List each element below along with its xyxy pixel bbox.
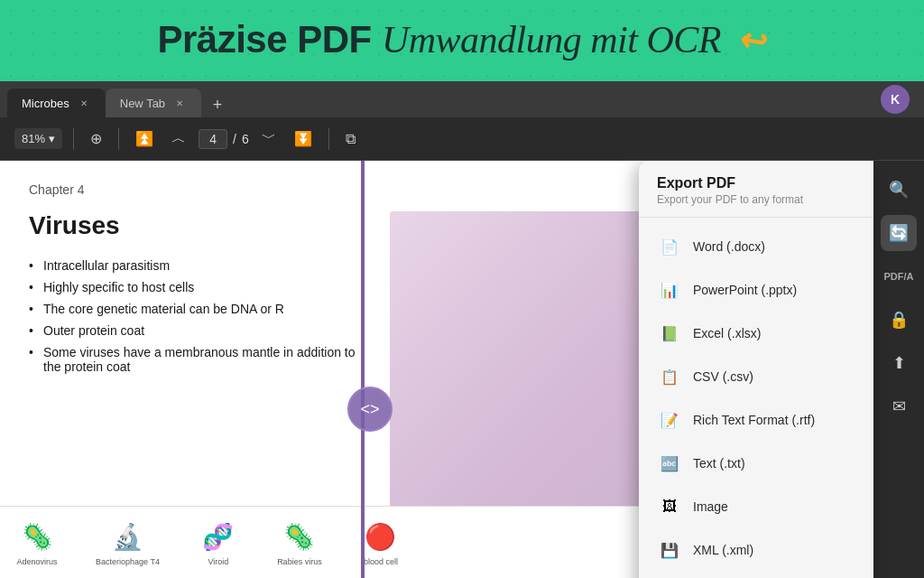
add-page-button[interactable]: ⊕ <box>85 126 107 151</box>
tab-new[interactable]: New Tab ✕ <box>106 89 201 117</box>
txt-label: Text (.txt) <box>693 456 745 471</box>
powerpoint-label: PowerPoint (.pptx) <box>693 283 797 297</box>
micro-item: 🔴blood cell <box>358 519 403 566</box>
powerpoint-icon: 📊 <box>657 277 682 303</box>
export-item-excel[interactable]: 📗Excel (.xlsx) <box>639 312 873 355</box>
micro-image: 🦠 <box>14 519 60 555</box>
export-panel: Export PDF Export your PDF to any format… <box>639 161 873 578</box>
tab-microbes[interactable]: Microbes ✕ <box>7 89 106 117</box>
micro-item: 🦠Rabies virus <box>277 519 322 566</box>
micro-image: 🔬 <box>105 519 150 555</box>
toolbar: 81% ▾ ⊕ ⏫ ︿ / 6 ﹀ ⏬ ⧉ <box>0 117 924 161</box>
export-item-xml[interactable]: 💾XML (.xml) <box>639 528 873 572</box>
rtf-icon: 📝 <box>657 407 682 433</box>
export-item-image[interactable]: 🖼Image <box>639 485 873 528</box>
sidebar-lock-button[interactable]: 🔒 <box>881 302 917 338</box>
micro-label: Bacteriophage T4 <box>96 557 160 566</box>
sidebar-search-button[interactable]: 🔍 <box>881 172 917 208</box>
image-label: Image <box>693 499 728 514</box>
micro-item: 🔬Bacteriophage T4 <box>96 519 160 566</box>
bullet-item: Intracellular parasitism <box>29 258 372 273</box>
export-item-rtf[interactable]: 📝Rich Text Format (.rtf) <box>639 398 873 442</box>
micro-item: 🦠Adenovirus <box>14 519 60 566</box>
last-page-button[interactable]: ⏬ <box>289 126 318 151</box>
new-tab-button[interactable]: + <box>205 92 230 117</box>
page-input[interactable] <box>199 129 227 149</box>
page-total: 6 <box>242 132 249 146</box>
separator-1 <box>73 128 74 150</box>
tab-microbes-close[interactable]: ✕ <box>77 96 91 110</box>
tab-bar: Microbes ✕ New Tab ✕ + K <box>0 81 924 117</box>
bullet-item: The core genetic material can be DNA or … <box>29 302 372 316</box>
word-icon: 📄 <box>657 234 682 259</box>
separator-2 <box>118 128 119 150</box>
code-icon: <> <box>360 400 379 419</box>
tab-new-close[interactable]: ✕ <box>172 96 187 110</box>
bullet-item: Some viruses have a membranous mantle in… <box>29 345 372 374</box>
rtf-label: Rich Text Format (.rtf) <box>693 413 815 427</box>
bullet-item: Highly specific to host cells <box>29 280 372 294</box>
txt-icon: 🔤 <box>657 451 682 476</box>
xml-label: XML (.xml) <box>693 543 753 557</box>
prev-page-button[interactable]: ︿ <box>166 126 191 152</box>
micro-label: Rabies virus <box>277 557 322 566</box>
browser: Microbes ✕ New Tab ✕ + K 81% ▾ ⊕ ⏫ ︿ / 6… <box>0 81 924 578</box>
export-items-list: 📄Word (.docx)📊PowerPoint (.pptx)📗Excel (… <box>639 218 873 578</box>
right-sidebar: 🔍 🔄 PDF/A 🔒 ⬆ ✉ <box>873 161 924 578</box>
tab-new-label: New Tab <box>120 97 165 110</box>
export-item-txt[interactable]: 🔤Text (.txt) <box>639 442 873 485</box>
page-nav: / 6 <box>199 129 249 149</box>
image-icon: 🖼 <box>657 494 682 519</box>
next-page-button[interactable]: ﹀ <box>256 126 282 152</box>
csv-icon: 📋 <box>657 364 682 389</box>
micro-label: Adenovirus <box>16 557 57 566</box>
zoom-control[interactable]: 81% ▾ <box>14 128 62 149</box>
purple-bar <box>361 161 365 578</box>
export-subtitle: Export your PDF to any format <box>657 193 855 206</box>
excel-label: Excel (.xlsx) <box>693 326 761 340</box>
sidebar-pdfa-button[interactable]: PDF/A <box>881 258 917 294</box>
zoom-value: 81% <box>22 132 45 145</box>
banner-italic: Umwandlung mit OCR <box>382 19 721 61</box>
top-banner: Präzise PDF Umwandlung mit OCR ↩ <box>0 0 924 79</box>
zoom-dropdown-icon: ▾ <box>49 132 55 145</box>
bullet-list: Intracellular parasitismHighly specific … <box>29 258 372 374</box>
arrow-icon: ↩ <box>737 21 770 62</box>
micro-image: 🧬 <box>196 519 241 555</box>
sidebar-convert-button[interactable]: 🔄 <box>881 215 917 251</box>
csv-label: CSV (.csv) <box>693 369 753 384</box>
micro-label: blood cell <box>364 557 398 566</box>
word-label: Word (.docx) <box>693 239 765 254</box>
tab-microbes-label: Microbes <box>22 97 69 110</box>
main-area: Chapter 4 Viruses Intracellular parasiti… <box>0 161 924 578</box>
banner-text: Präzise PDF Umwandlung mit OCR ↩ <box>157 18 766 61</box>
export-item-csv[interactable]: 📋CSV (.csv) <box>639 355 873 398</box>
excel-icon: 📗 <box>657 321 682 346</box>
sidebar-share-button[interactable]: ⬆ <box>881 345 917 381</box>
fullscreen-button[interactable]: ⧉ <box>340 127 361 151</box>
sidebar-email-button[interactable]: ✉ <box>881 388 917 424</box>
user-avatar[interactable]: K <box>881 85 910 114</box>
export-item-html[interactable]: 🌐HTML (.htm) <box>639 572 873 578</box>
banner-prefix: Präzise PDF <box>157 18 381 61</box>
export-header: Export PDF Export your PDF to any format <box>639 161 873 218</box>
first-page-button[interactable]: ⏫ <box>130 126 159 151</box>
section-title: Viruses <box>29 211 372 240</box>
micro-label: Viroid <box>208 557 228 566</box>
bullet-item: Outer protein coat <box>29 323 372 338</box>
export-item-powerpoint[interactable]: 📊PowerPoint (.pptx) <box>639 268 873 312</box>
export-item-word[interactable]: 📄Word (.docx) <box>639 225 873 268</box>
page-separator: / <box>233 132 236 146</box>
export-title: Export PDF <box>657 175 855 191</box>
xml-icon: 💾 <box>657 537 682 563</box>
micro-item: 🧬Viroid <box>196 519 241 566</box>
code-nav-button[interactable]: <> <box>347 387 393 432</box>
micro-image: 🔴 <box>358 519 403 555</box>
separator-3 <box>328 128 329 150</box>
micro-image: 🦠 <box>277 519 322 555</box>
